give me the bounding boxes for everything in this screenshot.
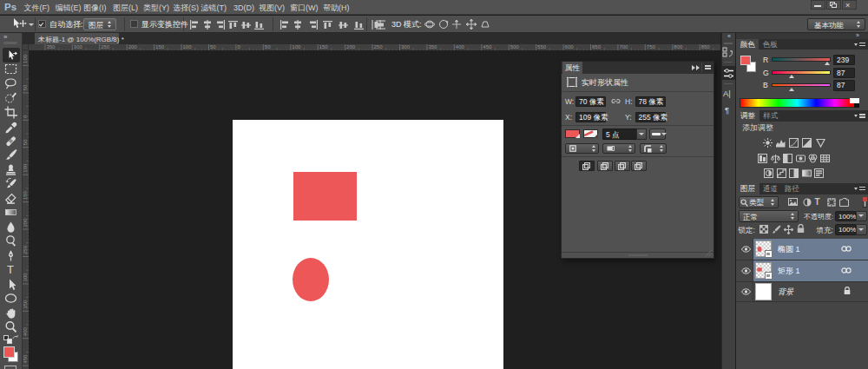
svg-text:550: 550 (537, 44, 547, 49)
svg-text:450: 450 (23, 354, 28, 364)
svg-text:250: 250 (101, 44, 110, 49)
svg-text:0: 0 (237, 44, 240, 49)
svg-text:0: 0 (23, 115, 28, 118)
svg-text:50: 50 (210, 44, 216, 49)
svg-text:100: 100 (23, 54, 28, 63)
svg-text:750: 750 (647, 44, 656, 49)
svg-text:150: 150 (155, 44, 165, 49)
svg-text:150: 150 (23, 190, 28, 200)
svg-text:350: 350 (428, 44, 437, 49)
svg-text:T: T (7, 263, 14, 276)
svg-text:100: 100 (292, 44, 301, 49)
svg-text:50: 50 (265, 44, 271, 49)
svg-text:200: 200 (128, 44, 138, 49)
svg-text:350: 350 (23, 300, 28, 309)
svg-text:500: 500 (510, 44, 520, 49)
svg-text:300: 300 (401, 44, 411, 49)
svg-text:600: 600 (565, 44, 575, 49)
svg-text:450: 450 (483, 44, 492, 49)
svg-text:400: 400 (23, 327, 28, 337)
svg-text:800: 800 (674, 44, 683, 49)
svg-text:650: 650 (592, 44, 602, 49)
svg-text:700: 700 (619, 44, 628, 49)
svg-text:300: 300 (23, 273, 28, 282)
svg-text:50: 50 (23, 84, 28, 90)
svg-text:100: 100 (23, 163, 28, 173)
svg-text:250: 250 (374, 44, 384, 49)
svg-text:850: 850 (701, 44, 711, 49)
svg-text:100: 100 (183, 44, 193, 49)
svg-text:400: 400 (456, 44, 465, 49)
svg-text:300: 300 (74, 44, 83, 49)
svg-text:250: 250 (23, 245, 28, 254)
svg-text:200: 200 (346, 44, 356, 49)
svg-text:150: 150 (319, 44, 329, 49)
svg-text:350: 350 (46, 44, 56, 49)
svg-text:50: 50 (23, 139, 28, 145)
svg-text:200: 200 (23, 218, 28, 227)
